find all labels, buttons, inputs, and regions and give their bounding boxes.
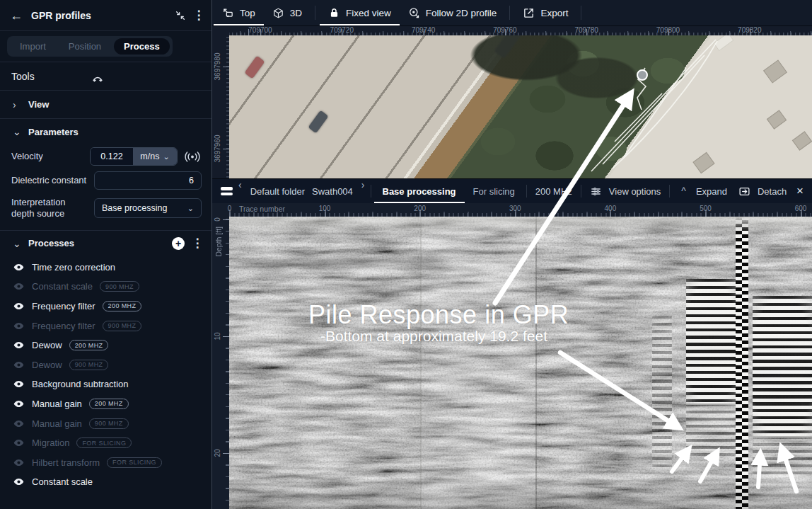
- eye-visibility-icon[interactable]: [13, 418, 25, 430]
- sidebar-panel: ← GPR profiles ⋮ ImportPositionProcess T…: [0, 0, 212, 509]
- velocity-input[interactable]: [91, 148, 133, 165]
- radargram-reflector: [279, 285, 434, 292]
- trace-tick-label: 100: [319, 205, 331, 212]
- velocity-unit-select[interactable]: m/ns ⌄: [133, 148, 177, 165]
- eye-visibility-icon[interactable]: [13, 339, 25, 351]
- chevron-down-icon: ⌄: [13, 127, 20, 137]
- view-options-button[interactable]: View options: [584, 179, 666, 203]
- eye-visibility-icon[interactable]: [13, 457, 25, 469]
- process-item[interactable]: Manual gain 900 MHZ: [13, 413, 211, 433]
- sidebar-tab[interactable]: Position: [59, 38, 111, 55]
- process-item[interactable]: Migration FOR SLICING: [13, 433, 211, 453]
- top-view-label: Top: [240, 8, 255, 18]
- frequency-badge: 900 MHZ: [89, 418, 129, 429]
- process-item[interactable]: Hilbert transform FOR SLICING: [13, 452, 211, 472]
- gpr-radargram-view[interactable]: [229, 217, 812, 509]
- previous-profile-icon[interactable]: ‹: [236, 179, 245, 203]
- divider: [509, 6, 510, 20]
- depth-ruler: Depth [ft] 01020: [212, 217, 229, 509]
- depth-axis-label: Depth [ft]: [214, 227, 223, 257]
- detach-icon: [738, 185, 750, 198]
- interp-depth-select[interactable]: Base processing ⌄: [94, 198, 202, 218]
- map-y-tick-label: 3697960: [214, 135, 221, 163]
- divider: [371, 185, 371, 198]
- process-item[interactable]: Manual gain 200 MHZ: [13, 394, 211, 414]
- map-x-ruler: 7097007097207097407097607097807098007098…: [212, 26, 812, 35]
- follow-2d-profile-button[interactable]: Follow 2D profile: [400, 0, 506, 25]
- velocity-group: m/ns ⌄: [90, 147, 178, 166]
- add-process-icon[interactable]: +: [172, 237, 185, 250]
- process-item[interactable]: Constant scale 900 MHZ: [13, 277, 211, 297]
- eye-visibility-icon[interactable]: [13, 320, 25, 332]
- map-x-tick-label: 709800: [656, 26, 680, 34]
- panel-menu-icon[interactable]: ⋮: [195, 9, 203, 21]
- 3d-view-button[interactable]: 3D: [264, 0, 311, 25]
- detach-button[interactable]: Detach: [733, 179, 792, 203]
- sliders-icon: [590, 185, 602, 198]
- close-icon[interactable]: ×: [794, 179, 806, 203]
- map-x-tick-label: 709740: [412, 26, 435, 34]
- frequency-badge: 200 MHZ: [89, 399, 129, 409]
- eye-visibility-icon[interactable]: [13, 280, 25, 292]
- processes-menu-icon[interactable]: ⋮: [193, 237, 202, 249]
- sidebar-tab[interactable]: Process: [114, 38, 170, 55]
- aerial-map-view[interactable]: [229, 35, 812, 178]
- pile-response-stripes: [686, 404, 737, 456]
- eye-visibility-icon[interactable]: [13, 378, 25, 390]
- process-item[interactable]: Dewow 900 MHZ: [13, 355, 211, 374]
- process-item[interactable]: Frequency filter 900 MHZ: [13, 316, 211, 336]
- sidebar-tab[interactable]: Import: [10, 38, 56, 55]
- process-item[interactable]: Frequency filter 200 MHZ: [13, 297, 211, 316]
- panel-title: GPR profiles: [31, 10, 166, 21]
- trace-tick-label: 600: [795, 205, 807, 212]
- trace-number-ruler: Trace number 0100200300400500600: [212, 203, 812, 217]
- frequency-badge: 900 MHZ: [69, 360, 109, 370]
- process-item[interactable]: Constant scale: [13, 472, 211, 492]
- eye-visibility-icon[interactable]: [13, 398, 25, 410]
- section-view[interactable]: › View: [0, 91, 211, 119]
- process-item[interactable]: Dewow 200 MHZ: [13, 336, 211, 355]
- chevron-down-icon: ⌄: [13, 239, 20, 248]
- collapse-panel-icon[interactable]: [175, 10, 186, 21]
- menu-icon[interactable]: [218, 179, 236, 203]
- map-x-tick-label: 709780: [575, 26, 598, 34]
- flip-swap-icon[interactable]: [91, 70, 105, 83]
- cube-3d-icon: [272, 7, 284, 19]
- export-button[interactable]: Export: [514, 0, 576, 25]
- swath-name[interactable]: Swath004: [312, 186, 353, 197]
- pile-zigzag-column: [736, 217, 742, 509]
- expand-button[interactable]: ^ Expand: [673, 179, 733, 203]
- section-parameters[interactable]: ⌄ Parameters: [0, 119, 211, 144]
- radargram-reflector: [236, 258, 448, 268]
- next-profile-icon[interactable]: ›: [359, 179, 368, 203]
- processing-tab[interactable]: For slicing: [465, 179, 523, 203]
- processes-header: ⌄ Processes + ⋮: [0, 231, 211, 256]
- dielectric-input[interactable]: [94, 171, 202, 190]
- map-x-tick-label: 709760: [493, 26, 516, 34]
- map-y-ruler: 36979803697960: [212, 35, 229, 178]
- processing-tab[interactable]: Base processing: [374, 179, 465, 203]
- antenna-icon[interactable]: [183, 151, 202, 163]
- eye-visibility-icon[interactable]: [13, 359, 25, 371]
- trace-tick-label: 0: [228, 205, 232, 212]
- divider: [315, 6, 315, 20]
- export-icon: [523, 7, 535, 19]
- process-item[interactable]: Background subtraction: [13, 374, 211, 394]
- trace-tick-label: 300: [509, 205, 521, 212]
- dielectric-label: Dielectric constant: [11, 175, 94, 186]
- pile-response-stripes: [753, 436, 812, 477]
- eye-visibility-icon[interactable]: [13, 476, 25, 488]
- divider: [526, 185, 527, 198]
- app-root: ← GPR profiles ⋮ ImportPositionProcess T…: [0, 0, 812, 509]
- folder-name[interactable]: Default folder: [250, 186, 305, 197]
- eye-visibility-icon[interactable]: [13, 437, 25, 449]
- eye-visibility-icon[interactable]: [13, 300, 25, 312]
- top-view-button[interactable]: Top: [214, 0, 264, 25]
- frequency-button[interactable]: 200 MHz: [535, 186, 572, 197]
- fixed-view-button[interactable]: Fixed view: [320, 0, 400, 25]
- eye-visibility-icon[interactable]: [13, 261, 25, 273]
- process-item[interactable]: Time zero correction: [13, 258, 211, 278]
- divider: [581, 185, 581, 198]
- view-toolbar: Top 3D Fixed view Follow 2D profile: [212, 0, 812, 26]
- back-icon[interactable]: ←: [10, 9, 23, 22]
